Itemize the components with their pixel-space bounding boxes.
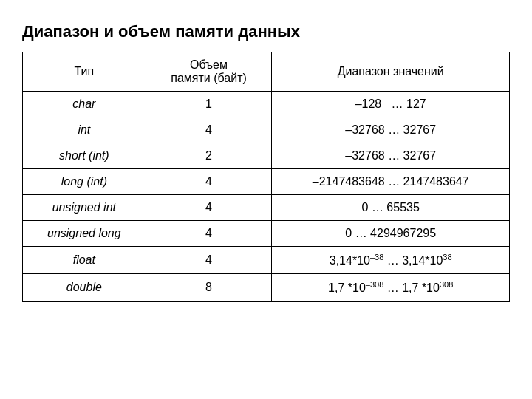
- table-row: unsigned int40 … 65535: [23, 195, 510, 221]
- cell-type: float: [23, 247, 146, 274]
- cell-range: –2147483648 … 2147483647: [272, 169, 510, 195]
- cell-type: long (int): [23, 169, 146, 195]
- table-row: long (int)4–2147483648 … 2147483647: [23, 169, 510, 195]
- cell-type: unsigned long: [23, 221, 146, 247]
- col-header-range: Диапазон значений: [272, 52, 510, 92]
- col-header-type: Тип: [23, 52, 146, 92]
- cell-type: double: [23, 274, 146, 301]
- cell-size: 1: [146, 92, 272, 117]
- cell-size: 4: [146, 169, 272, 195]
- cell-type: unsigned int: [23, 195, 146, 221]
- table-row: char1–128 … 127: [23, 92, 510, 117]
- cell-range: –128 … 127: [272, 92, 510, 117]
- cell-range: –32768 … 32767: [272, 143, 510, 169]
- data-table: Тип Объемпамяти (байт) Диапазон значений…: [22, 52, 510, 302]
- cell-type: char: [23, 92, 146, 117]
- table-row: float43,14*10–38 … 3,14*1038: [23, 247, 510, 274]
- table-row: unsigned long40 … 4294967295: [23, 221, 510, 247]
- cell-type: int: [23, 117, 146, 143]
- cell-size: 4: [146, 195, 272, 221]
- cell-range: 1,7 *10–308 … 1,7 *10308: [272, 274, 510, 301]
- cell-range: 3,14*10–38 … 3,14*1038: [272, 247, 510, 274]
- cell-size: 4: [146, 247, 272, 274]
- table-header-row: Тип Объемпамяти (байт) Диапазон значений: [23, 52, 510, 92]
- page-title: Диапазон и объем памяти данных: [22, 22, 510, 41]
- cell-size: 2: [146, 143, 272, 169]
- table-row: short (int)2–32768 … 32767: [23, 143, 510, 169]
- col-header-size: Объемпамяти (байт): [146, 52, 272, 92]
- cell-size: 8: [146, 274, 272, 301]
- cell-range: 0 … 4294967295: [272, 221, 510, 247]
- cell-size: 4: [146, 117, 272, 143]
- cell-range: 0 … 65535: [272, 195, 510, 221]
- table-row: double81,7 *10–308 … 1,7 *10308: [23, 274, 510, 301]
- main-container: Диапазон и объем памяти данных Тип Объем…: [22, 22, 510, 302]
- table-row: int4–32768 … 32767: [23, 117, 510, 143]
- cell-type: short (int): [23, 143, 146, 169]
- cell-size: 4: [146, 221, 272, 247]
- cell-range: –32768 … 32767: [272, 117, 510, 143]
